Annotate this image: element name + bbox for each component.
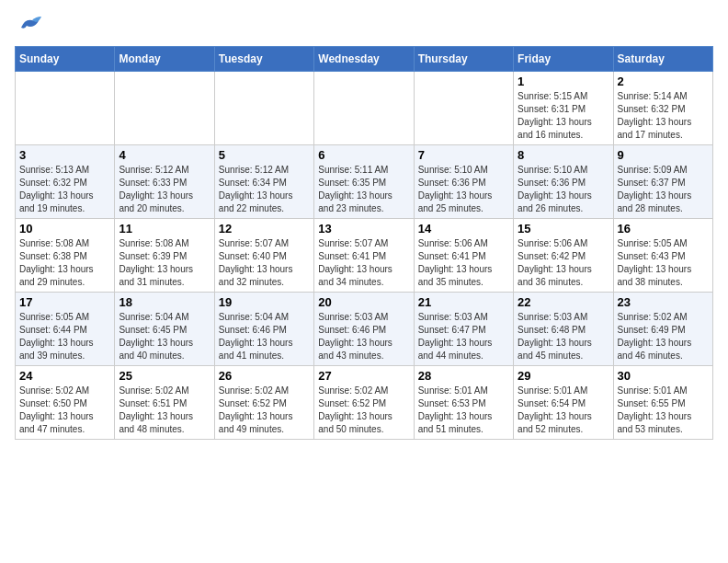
day-info: Sunrise: 5:13 AM Sunset: 6:32 PM Dayligh…: [19, 164, 110, 215]
day-number: 28: [418, 369, 509, 383]
day-info: Sunrise: 5:06 AM Sunset: 6:42 PM Dayligh…: [518, 237, 609, 289]
day-info: Sunrise: 5:02 AM Sunset: 6:52 PM Dayligh…: [318, 385, 409, 436]
day-info: Sunrise: 5:08 AM Sunset: 6:39 PM Dayligh…: [119, 237, 210, 289]
day-number: 12: [219, 222, 310, 236]
day-info: Sunrise: 5:05 AM Sunset: 6:44 PM Dayligh…: [19, 311, 110, 362]
day-info: Sunrise: 5:08 AM Sunset: 6:38 PM Dayligh…: [19, 237, 110, 289]
day-number: 9: [618, 148, 709, 162]
day-number: 21: [418, 295, 509, 309]
calendar-cell: 26Sunrise: 5:02 AM Sunset: 6:52 PM Dayli…: [214, 366, 313, 440]
day-info: Sunrise: 5:10 AM Sunset: 6:36 PM Dayligh…: [518, 164, 609, 215]
day-info: Sunrise: 5:02 AM Sunset: 6:50 PM Dayligh…: [19, 385, 110, 436]
calendar-cell: 24Sunrise: 5:02 AM Sunset: 6:50 PM Dayli…: [16, 366, 115, 440]
calendar-cell: 23Sunrise: 5:02 AM Sunset: 6:49 PM Dayli…: [613, 293, 712, 366]
calendar-cell: 2Sunrise: 5:14 AM Sunset: 6:32 PM Daylig…: [613, 72, 712, 145]
calendar-cell: 14Sunrise: 5:06 AM Sunset: 6:41 PM Dayli…: [414, 219, 513, 293]
calendar-cell: 19Sunrise: 5:04 AM Sunset: 6:46 PM Dayli…: [214, 293, 313, 366]
calendar-cell: 10Sunrise: 5:08 AM Sunset: 6:38 PM Dayli…: [16, 219, 115, 293]
calendar-cell: 30Sunrise: 5:01 AM Sunset: 6:55 PM Dayli…: [613, 366, 712, 440]
day-number: 16: [618, 222, 709, 236]
weekday-header-saturday: Saturday: [613, 47, 712, 72]
day-info: Sunrise: 5:14 AM Sunset: 6:32 PM Dayligh…: [618, 90, 709, 142]
calendar-cell: 25Sunrise: 5:02 AM Sunset: 6:51 PM Dayli…: [115, 366, 214, 440]
calendar-cell: 4Sunrise: 5:12 AM Sunset: 6:33 PM Daylig…: [115, 145, 214, 219]
day-number: 1: [518, 75, 609, 88]
day-number: 2: [618, 75, 709, 88]
calendar-cell: [115, 72, 214, 145]
day-number: 3: [19, 148, 110, 162]
day-info: Sunrise: 5:07 AM Sunset: 6:41 PM Dayligh…: [318, 237, 409, 289]
day-number: 8: [518, 148, 609, 162]
day-number: 26: [219, 369, 310, 383]
calendar-cell: 1Sunrise: 5:15 AM Sunset: 6:31 PM Daylig…: [514, 72, 613, 145]
calendar-cell: 27Sunrise: 5:02 AM Sunset: 6:52 PM Dayli…: [314, 366, 414, 440]
day-info: Sunrise: 5:03 AM Sunset: 6:47 PM Dayligh…: [418, 311, 509, 362]
day-number: 23: [618, 295, 709, 309]
day-number: 5: [219, 148, 310, 162]
calendar-cell: 22Sunrise: 5:03 AM Sunset: 6:48 PM Dayli…: [514, 293, 613, 366]
calendar-cell: 15Sunrise: 5:06 AM Sunset: 6:42 PM Dayli…: [514, 219, 613, 293]
logo: [15, 15, 43, 35]
calendar-cell: 13Sunrise: 5:07 AM Sunset: 6:41 PM Dayli…: [314, 219, 414, 293]
calendar-week-row: 24Sunrise: 5:02 AM Sunset: 6:50 PM Dayli…: [16, 366, 713, 440]
calendar-cell: [414, 72, 513, 145]
day-number: 19: [219, 295, 310, 309]
day-info: Sunrise: 5:10 AM Sunset: 6:36 PM Dayligh…: [418, 164, 509, 215]
day-number: 20: [318, 295, 409, 309]
calendar-cell: 21Sunrise: 5:03 AM Sunset: 6:47 PM Dayli…: [414, 293, 513, 366]
page-header: [15, 15, 713, 35]
weekday-header-tuesday: Tuesday: [214, 47, 313, 72]
day-info: Sunrise: 5:02 AM Sunset: 6:52 PM Dayligh…: [219, 385, 310, 436]
weekday-header-thursday: Thursday: [414, 47, 513, 72]
day-info: Sunrise: 5:03 AM Sunset: 6:46 PM Dayligh…: [318, 311, 409, 362]
calendar-cell: 28Sunrise: 5:01 AM Sunset: 6:53 PM Dayli…: [414, 366, 513, 440]
day-info: Sunrise: 5:12 AM Sunset: 6:33 PM Dayligh…: [119, 164, 210, 215]
calendar-cell: [16, 72, 115, 145]
weekday-header-sunday: Sunday: [16, 47, 115, 72]
day-number: 30: [618, 369, 709, 383]
day-number: 24: [19, 369, 110, 383]
weekday-header-monday: Monday: [115, 47, 214, 72]
day-number: 27: [318, 369, 409, 383]
day-info: Sunrise: 5:04 AM Sunset: 6:45 PM Dayligh…: [119, 311, 210, 362]
weekday-header-friday: Friday: [514, 47, 613, 72]
calendar-cell: 8Sunrise: 5:10 AM Sunset: 6:36 PM Daylig…: [514, 145, 613, 219]
calendar-cell: 7Sunrise: 5:10 AM Sunset: 6:36 PM Daylig…: [414, 145, 513, 219]
day-number: 11: [119, 222, 210, 236]
calendar-cell: 6Sunrise: 5:11 AM Sunset: 6:35 PM Daylig…: [314, 145, 414, 219]
calendar-cell: [214, 72, 313, 145]
calendar-cell: 11Sunrise: 5:08 AM Sunset: 6:39 PM Dayli…: [115, 219, 214, 293]
logo-bird-icon: [17, 15, 43, 35]
calendar-cell: 18Sunrise: 5:04 AM Sunset: 6:45 PM Dayli…: [115, 293, 214, 366]
day-info: Sunrise: 5:02 AM Sunset: 6:49 PM Dayligh…: [618, 311, 709, 362]
day-number: 17: [19, 295, 110, 309]
day-info: Sunrise: 5:01 AM Sunset: 6:53 PM Dayligh…: [418, 385, 509, 436]
calendar-cell: 9Sunrise: 5:09 AM Sunset: 6:37 PM Daylig…: [613, 145, 712, 219]
calendar-cell: [314, 72, 414, 145]
day-info: Sunrise: 5:01 AM Sunset: 6:54 PM Dayligh…: [518, 385, 609, 436]
calendar-cell: 16Sunrise: 5:05 AM Sunset: 6:43 PM Dayli…: [613, 219, 712, 293]
calendar-cell: 5Sunrise: 5:12 AM Sunset: 6:34 PM Daylig…: [214, 145, 313, 219]
calendar-cell: 29Sunrise: 5:01 AM Sunset: 6:54 PM Dayli…: [514, 366, 613, 440]
day-number: 22: [518, 295, 609, 309]
day-info: Sunrise: 5:12 AM Sunset: 6:34 PM Dayligh…: [219, 164, 310, 215]
day-number: 6: [318, 148, 409, 162]
calendar-cell: 12Sunrise: 5:07 AM Sunset: 6:40 PM Dayli…: [214, 219, 313, 293]
calendar-table: SundayMondayTuesdayWednesdayThursdayFrid…: [15, 46, 713, 440]
day-number: 13: [318, 222, 409, 236]
calendar-week-row: 10Sunrise: 5:08 AM Sunset: 6:38 PM Dayli…: [16, 219, 713, 293]
day-number: 7: [418, 148, 509, 162]
day-info: Sunrise: 5:03 AM Sunset: 6:48 PM Dayligh…: [518, 311, 609, 362]
day-info: Sunrise: 5:07 AM Sunset: 6:40 PM Dayligh…: [219, 237, 310, 289]
weekday-header-wednesday: Wednesday: [314, 47, 414, 72]
day-number: 10: [19, 222, 110, 236]
day-number: 4: [119, 148, 210, 162]
day-info: Sunrise: 5:11 AM Sunset: 6:35 PM Dayligh…: [318, 164, 409, 215]
day-info: Sunrise: 5:02 AM Sunset: 6:51 PM Dayligh…: [119, 385, 210, 436]
calendar-week-row: 1Sunrise: 5:15 AM Sunset: 6:31 PM Daylig…: [16, 72, 713, 145]
weekday-header-row: SundayMondayTuesdayWednesdayThursdayFrid…: [16, 47, 713, 72]
day-info: Sunrise: 5:05 AM Sunset: 6:43 PM Dayligh…: [618, 237, 709, 289]
calendar-cell: 3Sunrise: 5:13 AM Sunset: 6:32 PM Daylig…: [16, 145, 115, 219]
calendar-week-row: 3Sunrise: 5:13 AM Sunset: 6:32 PM Daylig…: [16, 145, 713, 219]
day-number: 14: [418, 222, 509, 236]
